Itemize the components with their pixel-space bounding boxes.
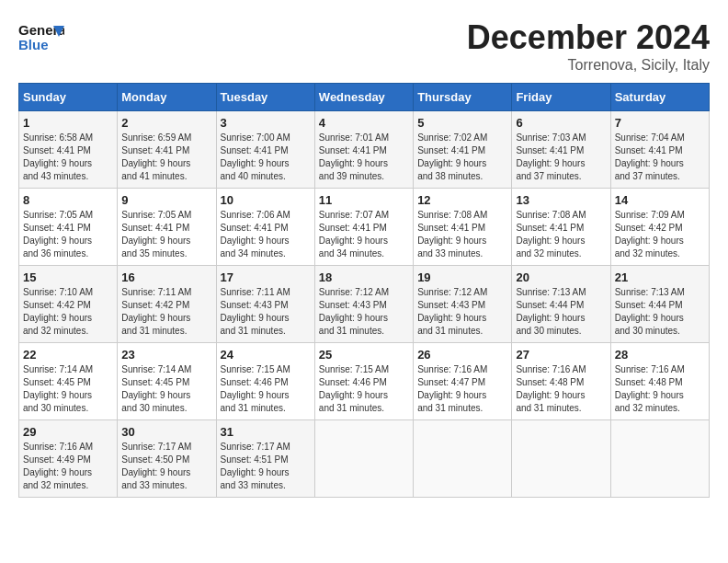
calendar-cell: 18Sunrise: 7:12 AMSunset: 4:43 PMDayligh… <box>314 266 413 343</box>
day-header-friday: Friday <box>512 84 610 111</box>
day-number: 8 <box>23 193 113 207</box>
calendar-cell <box>610 420 709 498</box>
day-info: Sunrise: 7:14 AMSunset: 4:45 PMDaylight:… <box>23 363 113 415</box>
calendar-cell: 15Sunrise: 7:10 AMSunset: 4:42 PMDayligh… <box>19 266 118 343</box>
page-header: General Blue December 2024 Torrenova, Si… <box>18 18 710 74</box>
day-info: Sunrise: 7:06 AMSunset: 4:41 PMDaylight:… <box>221 209 311 260</box>
calendar-week-4: 22Sunrise: 7:14 AMSunset: 4:45 PMDayligh… <box>19 343 710 420</box>
calendar-cell: 22Sunrise: 7:14 AMSunset: 4:45 PMDayligh… <box>19 343 118 420</box>
calendar-cell: 6Sunrise: 7:03 AMSunset: 4:41 PMDaylight… <box>512 111 610 189</box>
calendar-cell: 17Sunrise: 7:11 AMSunset: 4:43 PMDayligh… <box>216 266 314 343</box>
day-info: Sunrise: 7:12 AMSunset: 4:43 PMDaylight:… <box>319 286 409 338</box>
calendar-cell: 27Sunrise: 7:16 AMSunset: 4:48 PMDayligh… <box>512 343 610 420</box>
day-number: 17 <box>221 270 311 284</box>
day-number: 30 <box>121 425 211 439</box>
day-info: Sunrise: 7:16 AMSunset: 4:49 PMDaylight:… <box>23 441 113 492</box>
day-number: 25 <box>319 348 409 362</box>
calendar-cell <box>314 420 413 498</box>
calendar-cell: 29Sunrise: 7:16 AMSunset: 4:49 PMDayligh… <box>19 420 118 498</box>
day-info: Sunrise: 7:13 AMSunset: 4:44 PMDaylight:… <box>615 286 705 338</box>
title-block: December 2024 Torrenova, Sicily, Italy <box>467 18 710 74</box>
calendar-cell: 19Sunrise: 7:12 AMSunset: 4:43 PMDayligh… <box>414 266 512 343</box>
day-number: 10 <box>221 193 311 207</box>
day-number: 12 <box>417 193 507 207</box>
calendar-cell: 16Sunrise: 7:11 AMSunset: 4:42 PMDayligh… <box>118 266 216 343</box>
day-number: 16 <box>121 270 211 284</box>
day-info: Sunrise: 6:59 AMSunset: 4:41 PMDaylight:… <box>121 132 211 183</box>
day-info: Sunrise: 7:00 AMSunset: 4:41 PMDaylight:… <box>221 132 311 183</box>
day-number: 15 <box>23 270 113 284</box>
calendar-cell: 31Sunrise: 7:17 AMSunset: 4:51 PMDayligh… <box>216 420 314 498</box>
day-number: 21 <box>615 270 705 284</box>
day-number: 5 <box>417 116 507 130</box>
day-info: Sunrise: 7:01 AMSunset: 4:41 PMDaylight:… <box>319 132 409 183</box>
day-info: Sunrise: 7:17 AMSunset: 4:51 PMDaylight:… <box>221 441 311 492</box>
calendar-cell <box>414 420 512 498</box>
day-info: Sunrise: 7:13 AMSunset: 4:44 PMDaylight:… <box>516 286 606 338</box>
day-header-tuesday: Tuesday <box>216 84 314 111</box>
calendar-week-2: 8Sunrise: 7:05 AMSunset: 4:41 PMDaylight… <box>19 189 710 266</box>
day-info: Sunrise: 7:16 AMSunset: 4:48 PMDaylight:… <box>615 363 705 415</box>
calendar-cell: 14Sunrise: 7:09 AMSunset: 4:42 PMDayligh… <box>610 189 709 266</box>
day-info: Sunrise: 7:07 AMSunset: 4:41 PMDaylight:… <box>319 209 409 260</box>
day-info: Sunrise: 7:03 AMSunset: 4:41 PMDaylight:… <box>516 132 606 183</box>
day-info: Sunrise: 7:04 AMSunset: 4:41 PMDaylight:… <box>615 132 705 183</box>
day-header-saturday: Saturday <box>610 84 709 111</box>
calendar-cell: 12Sunrise: 7:08 AMSunset: 4:41 PMDayligh… <box>414 189 512 266</box>
day-number: 31 <box>221 425 311 439</box>
day-number: 9 <box>121 193 211 207</box>
calendar-cell: 3Sunrise: 7:00 AMSunset: 4:41 PMDaylight… <box>216 111 314 189</box>
day-number: 26 <box>417 348 507 362</box>
calendar-cell: 21Sunrise: 7:13 AMSunset: 4:44 PMDayligh… <box>610 266 709 343</box>
calendar-cell: 26Sunrise: 7:16 AMSunset: 4:47 PMDayligh… <box>414 343 512 420</box>
calendar-cell: 25Sunrise: 7:15 AMSunset: 4:46 PMDayligh… <box>314 343 413 420</box>
day-number: 1 <box>23 116 113 130</box>
day-info: Sunrise: 6:58 AMSunset: 4:41 PMDaylight:… <box>23 132 113 183</box>
calendar-week-5: 29Sunrise: 7:16 AMSunset: 4:49 PMDayligh… <box>19 420 710 498</box>
calendar-table: SundayMondayTuesdayWednesdayThursdayFrid… <box>18 83 710 498</box>
day-number: 22 <box>23 348 113 362</box>
day-number: 4 <box>319 116 409 130</box>
calendar-week-3: 15Sunrise: 7:10 AMSunset: 4:42 PMDayligh… <box>19 266 710 343</box>
day-number: 29 <box>23 425 113 439</box>
month-title: December 2024 <box>467 18 710 57</box>
svg-text:Blue: Blue <box>18 37 49 52</box>
calendar-cell <box>512 420 610 498</box>
day-number: 19 <box>417 270 507 284</box>
day-number: 3 <box>221 116 311 130</box>
day-info: Sunrise: 7:11 AMSunset: 4:42 PMDaylight:… <box>121 286 211 338</box>
day-info: Sunrise: 7:14 AMSunset: 4:45 PMDaylight:… <box>121 363 211 415</box>
day-info: Sunrise: 7:16 AMSunset: 4:47 PMDaylight:… <box>417 363 507 415</box>
day-number: 6 <box>516 116 606 130</box>
location: Torrenova, Sicily, Italy <box>467 57 710 74</box>
day-info: Sunrise: 7:17 AMSunset: 4:50 PMDaylight:… <box>121 441 211 492</box>
calendar-cell: 30Sunrise: 7:17 AMSunset: 4:50 PMDayligh… <box>118 420 216 498</box>
calendar-cell: 20Sunrise: 7:13 AMSunset: 4:44 PMDayligh… <box>512 266 610 343</box>
day-number: 13 <box>516 193 606 207</box>
day-info: Sunrise: 7:15 AMSunset: 4:46 PMDaylight:… <box>319 363 409 415</box>
day-number: 11 <box>319 193 409 207</box>
calendar-cell: 9Sunrise: 7:05 AMSunset: 4:41 PMDaylight… <box>118 189 216 266</box>
calendar-cell: 1Sunrise: 6:58 AMSunset: 4:41 PMDaylight… <box>19 111 118 189</box>
day-header-thursday: Thursday <box>414 84 512 111</box>
day-number: 18 <box>319 270 409 284</box>
day-info: Sunrise: 7:10 AMSunset: 4:42 PMDaylight:… <box>23 286 113 338</box>
calendar-cell: 5Sunrise: 7:02 AMSunset: 4:41 PMDaylight… <box>414 111 512 189</box>
calendar-cell: 4Sunrise: 7:01 AMSunset: 4:41 PMDaylight… <box>314 111 413 189</box>
day-info: Sunrise: 7:08 AMSunset: 4:41 PMDaylight:… <box>417 209 507 260</box>
day-info: Sunrise: 7:09 AMSunset: 4:42 PMDaylight:… <box>615 209 705 260</box>
calendar-cell: 23Sunrise: 7:14 AMSunset: 4:45 PMDayligh… <box>118 343 216 420</box>
day-number: 7 <box>615 116 705 130</box>
day-info: Sunrise: 7:02 AMSunset: 4:41 PMDaylight:… <box>417 132 507 183</box>
logo: General Blue <box>18 18 68 55</box>
calendar-cell: 28Sunrise: 7:16 AMSunset: 4:48 PMDayligh… <box>610 343 709 420</box>
day-number: 2 <box>121 116 211 130</box>
day-header-wednesday: Wednesday <box>314 84 413 111</box>
day-number: 20 <box>516 270 606 284</box>
day-info: Sunrise: 7:08 AMSunset: 4:41 PMDaylight:… <box>516 209 606 260</box>
calendar-cell: 7Sunrise: 7:04 AMSunset: 4:41 PMDaylight… <box>610 111 709 189</box>
day-number: 14 <box>615 193 705 207</box>
calendar-cell: 11Sunrise: 7:07 AMSunset: 4:41 PMDayligh… <box>314 189 413 266</box>
logo-icon: General Blue <box>18 18 64 55</box>
day-info: Sunrise: 7:05 AMSunset: 4:41 PMDaylight:… <box>23 209 113 260</box>
